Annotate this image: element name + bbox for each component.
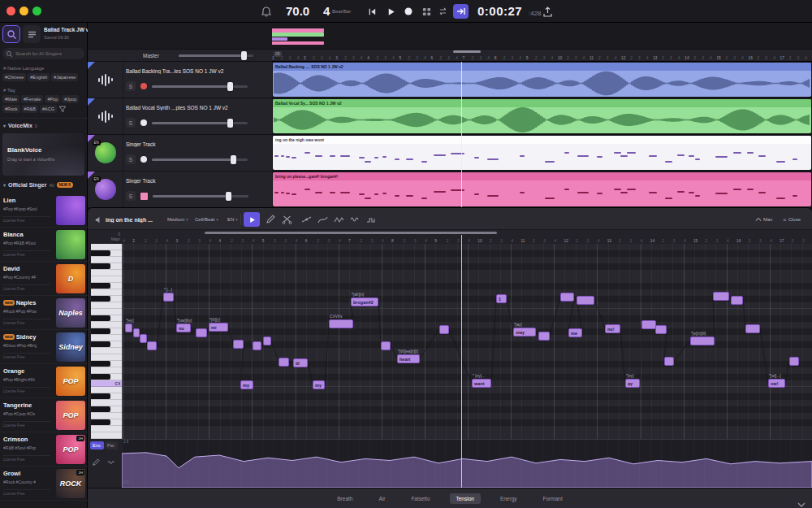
singer-item[interactable]: Growl#Rock #Country #License FreeROCKZH: [0, 467, 88, 501]
midi-note[interactable]: [713, 292, 729, 301]
midi-note[interactable]: [381, 341, 391, 350]
midi-note[interactable]: [538, 332, 550, 341]
piano-key[interactable]: [91, 296, 122, 302]
piano-key[interactable]: [91, 387, 122, 393]
singer-item[interactable]: Crimson#R&B #Soul #PopLicense FreePOPZH: [0, 432, 88, 467]
singer-item[interactable]: Tangerine#Pop #Cpop #CleLicense FreePOP: [0, 398, 88, 432]
skip-back-button[interactable]: [365, 5, 378, 18]
wave-tool-icon[interactable]: [349, 214, 361, 225]
piano-key[interactable]: [91, 257, 122, 263]
library-search-tool-button[interactable]: [2, 25, 20, 43]
volume-slider[interactable]: [152, 122, 248, 124]
blankvoice-card[interactable]: BlankVoice Drag to start a VoiceMix: [2, 133, 84, 176]
piano-key[interactable]: C4: [91, 380, 122, 387]
piano-key[interactable]: [91, 400, 122, 406]
piano-key[interactable]: [91, 263, 122, 270]
midi-note[interactable]: stay*[ay]: [513, 328, 536, 336]
language-tag-chip[interactable]: #Chinese: [2, 73, 26, 81]
piano-key[interactable]: [91, 432, 122, 439]
midi-note[interactable]: me: [568, 328, 582, 337]
midi-note[interactable]: brogan#2*[ah][n]: [351, 297, 378, 306]
search-input[interactable]: [15, 51, 80, 56]
arm-indicator[interactable]: [140, 83, 147, 89]
record-button[interactable]: [402, 5, 415, 18]
editor-play-button[interactable]: [244, 212, 260, 227]
tag-chip[interactable]: #Jpop: [62, 95, 79, 103]
metronome-grid-icon[interactable]: [420, 5, 433, 18]
track-header-row[interactable]: ENSinger TrackS: [88, 135, 272, 172]
tag-chip[interactable]: #Pop: [45, 95, 60, 103]
zigzag-tool-icon[interactable]: [333, 214, 344, 225]
solo-button[interactable]: S: [126, 118, 136, 128]
midi-note[interactable]: mi*[ill][y]: [209, 323, 228, 332]
midi-note[interactable]: [664, 357, 674, 366]
midi-note[interactable]: nu*[uw][by]: [176, 323, 191, 332]
midi-note[interactable]: [140, 334, 147, 343]
playhead-line[interactable]: [461, 62, 462, 207]
singer-item[interactable]: NEWNaples#Rock #Pop #PowLicense FreeNapl…: [0, 296, 88, 330]
track-header-row[interactable]: ENSinger TrackS: [88, 172, 272, 207]
piano-key[interactable]: [91, 413, 122, 419]
piano-key[interactable]: [91, 374, 122, 380]
tag-chip[interactable]: #Female: [21, 95, 43, 103]
notifications-bell-icon[interactable]: [260, 5, 273, 18]
piano-key[interactable]: [91, 393, 122, 400]
piano-key[interactable]: [91, 335, 122, 341]
master-volume-slider[interactable]: [179, 54, 253, 57]
language-dropdown[interactable]: EN▾: [227, 208, 238, 231]
follow-playhead-button[interactable]: [453, 4, 469, 19]
track-list-tool-button[interactable]: [23, 25, 41, 43]
scissors-tool-icon[interactable]: [281, 214, 292, 225]
midi-note[interactable]: [641, 320, 656, 329]
parameter-mode-button[interactable]: Par.: [105, 441, 118, 449]
solo-button[interactable]: S: [126, 191, 136, 201]
singer-item[interactable]: David#Pop #Country #FLicense FreeD: [0, 262, 88, 296]
midi-note[interactable]: [655, 325, 667, 334]
piano-key[interactable]: [91, 289, 122, 296]
tag-chip[interactable]: #ACG: [40, 105, 57, 113]
midi-note[interactable]: nu!: [605, 324, 620, 333]
midi-note[interactable]: want* [ey]...: [472, 379, 491, 388]
editor-scrollbar-thumb[interactable]: [205, 232, 497, 234]
param-tab-tension[interactable]: Tension: [450, 493, 481, 504]
piano-key[interactable]: [91, 419, 122, 426]
glue-tool-icon[interactable]: [300, 214, 312, 225]
piano-key[interactable]: [91, 270, 122, 276]
piano-key[interactable]: [91, 302, 122, 309]
solo-button[interactable]: S: [126, 81, 136, 91]
param-curve-icon[interactable]: [106, 457, 117, 468]
volume-slider[interactable]: [152, 85, 248, 88]
piano-key[interactable]: [91, 309, 122, 315]
singer-item[interactable]: Bianca#Pop #R&B #SoulLicense Free: [0, 228, 88, 262]
piano-key[interactable]: [91, 244, 122, 250]
clip[interactable]: bring on please...gan#! brogan#!: [273, 172, 811, 206]
tag-chip[interactable]: #Rock: [2, 105, 20, 113]
midi-note[interactable]: [731, 296, 743, 305]
clip[interactable]: Ballad Backing .... SOS NO 1 JW v2: [273, 63, 811, 97]
singer-item[interactable]: Lien#Pop #Kpop #SoulLicense Free: [0, 193, 88, 228]
piano-key[interactable]: [91, 354, 122, 361]
piano-roll-ruler[interactable]: .42.2.3.43.2.3.44.2.3.45.2.3.46.2.3.47.2…: [122, 235, 812, 244]
master-track-row[interactable]: Master: [88, 49, 272, 62]
midi-note[interactable]: ow!*[w][...]: [768, 379, 785, 388]
midi-note[interactable]: *[e][n][ill]: [690, 336, 715, 345]
midi-note[interactable]: [133, 328, 140, 337]
piano-key[interactable]: [91, 348, 122, 354]
loop-toggle-icon[interactable]: [436, 5, 449, 18]
midi-note[interactable]: [147, 341, 157, 350]
param-tab-energy[interactable]: Energy: [494, 493, 524, 504]
time-display[interactable]: 0:00:27: [477, 4, 522, 18]
midi-note[interactable]: 1: [496, 294, 507, 303]
note-grid[interactable]: *[ey]* [...]nu*[uw][by]mi*[ill][y]mytilm…: [122, 244, 812, 439]
param-tab-formant[interactable]: Formant: [537, 493, 569, 504]
minimize-window-button[interactable]: [19, 7, 28, 15]
tag-chip[interactable]: #Male: [2, 95, 19, 103]
piano-key[interactable]: [91, 322, 122, 328]
parameter-curve-area[interactable]: [122, 439, 812, 488]
timeline-ruler[interactable]: 2B 1.2.3.42.2.3.43.2.3.44.2.3.45.2.3.46.…: [272, 49, 812, 62]
filter-icon[interactable]: [58, 106, 67, 113]
piano-key[interactable]: [91, 276, 122, 283]
midi-note[interactable]: heart*[th][ea][r][t]: [397, 354, 420, 363]
official-singer-section-header[interactable]: ▾ Official Singer 40 NEW 8: [3, 182, 73, 188]
midi-note[interactable]: CVVVs: [329, 319, 353, 328]
